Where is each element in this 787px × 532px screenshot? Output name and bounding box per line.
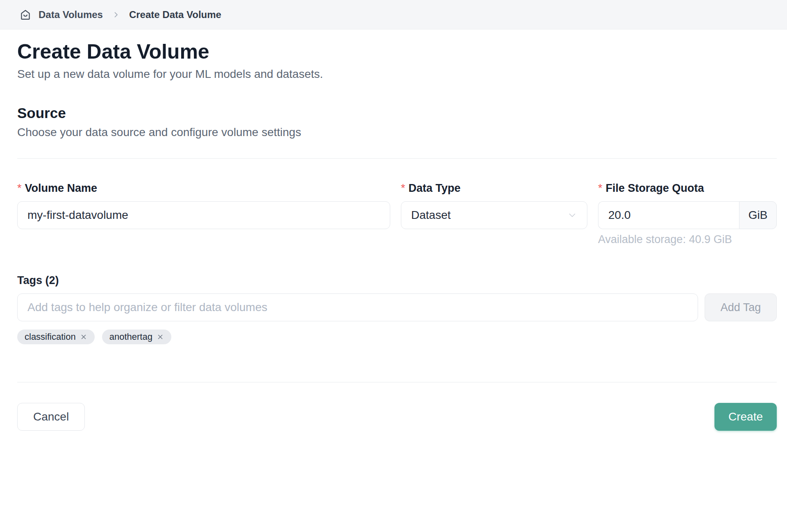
footer-actions: Cancel Create [17,403,777,431]
storage-quota-unit: GiB [739,201,777,229]
tags-label: Tags (2) [17,274,777,287]
data-type-selected-value: Dataset [411,209,451,222]
data-type-select[interactable]: Dataset [401,201,587,229]
section-divider-bottom [17,382,777,382]
create-button[interactable]: Create [714,403,777,431]
x-icon[interactable] [80,333,87,341]
tag-chip: anothertag [102,330,171,344]
section-divider-top [17,158,777,159]
field-data-type: *Data Type Dataset [401,182,587,246]
volume-name-input[interactable] [17,201,390,229]
tags-row: Add Tag [17,293,777,321]
section-title-source: Source [17,105,777,121]
required-mark: * [17,182,22,194]
breadcrumb-home-link[interactable] [20,9,31,20]
tag-chip-label: classification [25,332,76,342]
breadcrumb-item-data-volumes[interactable]: Data Volumes [39,9,103,20]
tag-input[interactable] [17,293,698,321]
storage-quota-group: GiB [598,201,777,229]
field-storage-quota: *File Storage Quota GiB Available storag… [598,182,777,246]
x-icon[interactable] [157,333,164,341]
page-title: Create Data Volume [17,40,777,63]
page-content: Create Data Volume Set up a new data vol… [0,40,787,431]
form-fields-row: *Volume Name *Data Type Dataset *File St… [17,182,777,246]
section-subtitle: Choose your data source and configure vo… [17,125,777,139]
available-storage-hint: Available storage: 40.9 GiB [598,233,777,246]
page-subtitle: Set up a new data volume for your ML mod… [17,67,777,81]
cancel-button[interactable]: Cancel [17,403,85,431]
tag-chip: classification [17,330,95,344]
required-mark: * [401,182,405,194]
home-icon [20,9,31,20]
tag-chip-label: anothertag [109,332,152,342]
tag-chip-list: classification anothertag [17,330,777,344]
add-tag-button[interactable]: Add Tag [705,293,777,321]
chevron-right-icon [112,11,120,19]
required-mark: * [598,182,603,194]
breadcrumb-bar: Data Volumes Create Data Volume [0,0,787,30]
breadcrumb-item-current: Create Data Volume [129,9,221,20]
volume-name-label: *Volume Name [17,182,390,195]
field-volume-name: *Volume Name [17,182,390,246]
chevron-down-icon [567,210,577,220]
storage-quota-label: *File Storage Quota [598,182,777,195]
storage-quota-input[interactable] [598,201,739,229]
data-type-label: *Data Type [401,182,587,195]
